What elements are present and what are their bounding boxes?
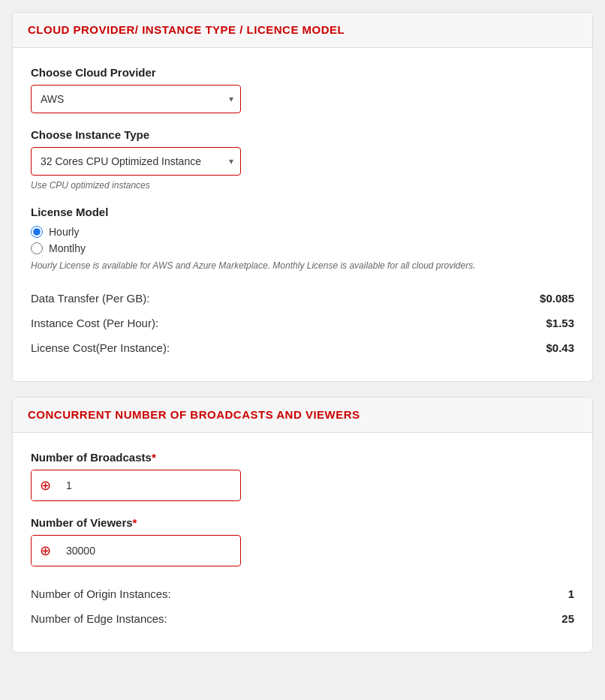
origin-instances-value: 1 [568, 587, 574, 600]
cloud-provider-body: Choose Cloud Provider AWS Azure GCP ▾ Ch… [13, 48, 592, 381]
data-transfer-row: Data Transfer (Per GB): $0.085 [31, 286, 574, 311]
origin-instances-row: Number of Origin Instances: 1 [31, 581, 574, 606]
cloud-provider-card: CLOUD PROVIDER/ INSTANCE TYPE / LICENCE … [12, 12, 593, 382]
viewers-input-wrapper: ⊕ [31, 535, 241, 566]
broadcasts-body: Number of Broadcasts* ⊕ Number of Viewer… [13, 433, 592, 652]
edge-instances-row: Number of Edge Instances: 25 [31, 606, 574, 631]
data-transfer-value: $0.085 [540, 292, 574, 305]
instance-type-select[interactable]: 32 Cores CPU Optimized Instance 16 Cores… [31, 147, 241, 176]
instance-type-label: Choose Instance Type [31, 128, 574, 141]
broadcasts-title: CONCURRENT NUMBER OF BROADCASTS AND VIEW… [28, 408, 360, 421]
license-note: Hourly License is available for AWS and … [31, 260, 574, 271]
instance-cost-row: Instance Cost (Per Hour): $1.53 [31, 311, 574, 335]
cloud-provider-group: Choose Cloud Provider AWS Azure GCP ▾ [31, 66, 574, 113]
broadcasts-card-header: CONCURRENT NUMBER OF BROADCASTS AND VIEW… [13, 398, 592, 433]
license-monthly-radio[interactable] [31, 242, 43, 254]
cloud-provider-select-wrapper: AWS Azure GCP ▾ [31, 85, 241, 113]
cloud-provider-label: Choose Cloud Provider [31, 66, 574, 79]
origin-instances-label: Number of Origin Instances: [31, 587, 171, 600]
license-monthly-item[interactable]: Montlhy [31, 242, 574, 254]
cloud-provider-select[interactable]: AWS Azure GCP [31, 85, 241, 113]
data-transfer-label: Data Transfer (Per GB): [31, 292, 149, 305]
edge-instances-value: 25 [561, 612, 574, 625]
license-model-label: License Model [31, 206, 574, 218]
instance-cost-label: Instance Cost (Per Hour): [31, 317, 158, 329]
instance-cost-value: $1.53 [546, 317, 574, 329]
broadcasts-input-wrapper: ⊕ [31, 470, 241, 501]
license-cost-label: License Cost(Per Instance): [31, 341, 170, 354]
edge-instances-label: Number of Edge Instances: [31, 612, 167, 625]
license-hourly-radio[interactable] [31, 226, 43, 238]
viewers-input[interactable] [59, 539, 240, 563]
broadcasts-plus-button[interactable]: ⊕ [32, 470, 59, 500]
viewers-plus-button[interactable]: ⊕ [32, 536, 59, 566]
broadcasts-group: Number of Broadcasts* ⊕ [31, 451, 574, 501]
license-monthly-label: Montlhy [49, 242, 86, 254]
costs-section: Data Transfer (Per GB): $0.085 Instance … [31, 286, 574, 360]
viewers-group: Number of Viewers* ⊕ [31, 516, 574, 566]
broadcasts-label: Number of Broadcasts* [31, 451, 574, 464]
license-radio-group: Hourly Montlhy [31, 226, 574, 254]
broadcasts-input[interactable] [59, 473, 240, 497]
license-hourly-label: Hourly [49, 226, 79, 238]
license-hourly-item[interactable]: Hourly [31, 226, 574, 238]
broadcasts-card: CONCURRENT NUMBER OF BROADCASTS AND VIEW… [12, 397, 593, 653]
cloud-provider-title: CLOUD PROVIDER/ INSTANCE TYPE / LICENCE … [28, 23, 345, 36]
license-cost-value: $0.43 [546, 341, 574, 354]
viewers-required-star: * [133, 516, 137, 529]
instance-type-select-wrapper: 32 Cores CPU Optimized Instance 16 Cores… [31, 147, 241, 176]
instance-type-group: Choose Instance Type 32 Cores CPU Optimi… [31, 128, 574, 191]
viewers-plus-icon: ⊕ [40, 542, 51, 559]
license-cost-row: License Cost(Per Instance): $0.43 [31, 335, 574, 360]
broadcasts-plus-icon: ⊕ [40, 477, 51, 494]
instance-type-hint: Use CPU optimized instances [31, 180, 574, 191]
viewers-label: Number of Viewers* [31, 516, 574, 529]
license-model-section: License Model Hourly Montlhy Hourly Lice… [31, 206, 574, 271]
broadcasts-required-star: * [152, 451, 156, 464]
cloud-provider-card-header: CLOUD PROVIDER/ INSTANCE TYPE / LICENCE … [13, 13, 592, 48]
